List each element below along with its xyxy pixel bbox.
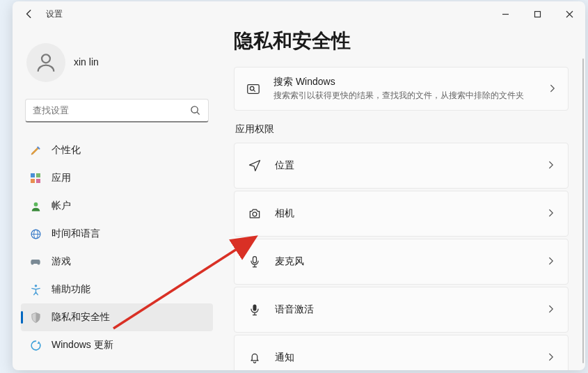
sidebar-item-label: 个性化 <box>51 144 81 157</box>
svg-point-9 <box>33 202 38 206</box>
svg-rect-19 <box>253 305 257 311</box>
back-button[interactable] <box>21 6 38 22</box>
chevron-right-icon <box>547 303 555 316</box>
sidebar-item-apps[interactable]: 应用 <box>21 164 213 192</box>
accessibility-icon <box>29 283 42 296</box>
svg-point-15 <box>250 86 254 90</box>
card-title: 搜索 Windows <box>273 76 536 88</box>
page-title: 隐私和安全性 <box>234 28 569 54</box>
section-label: 应用权限 <box>235 123 569 136</box>
chevron-right-icon <box>547 159 555 172</box>
svg-point-2 <box>42 54 50 63</box>
svg-line-4 <box>197 112 199 114</box>
search-icon <box>190 105 201 116</box>
sidebar-item-time-language[interactable]: 时间和语言 <box>21 220 213 248</box>
sidebar-item-label: 帐户 <box>51 200 71 212</box>
mic-icon <box>247 254 262 269</box>
search-windows-card[interactable]: 搜索 Windows 搜索索引以获得更快的结果，查找我的文件，从搜索中排除的文件… <box>234 67 569 111</box>
sidebar-item-label: 辅助功能 <box>51 283 90 296</box>
svg-line-16 <box>253 90 255 91</box>
sidebar-item-label: 应用 <box>51 172 71 184</box>
permission-label: 通知 <box>275 351 534 364</box>
svg-rect-7 <box>31 179 35 183</box>
apps-icon <box>29 172 42 184</box>
permission-notifications[interactable]: 通知 <box>234 335 569 370</box>
avatar <box>26 43 65 82</box>
search-input[interactable] <box>33 105 184 116</box>
content-scrollbar[interactable] <box>582 58 584 363</box>
permission-label: 麦克风 <box>275 255 534 268</box>
chevron-right-icon <box>547 255 555 268</box>
permission-label: 语音激活 <box>275 303 534 316</box>
svg-rect-18 <box>253 257 257 263</box>
search-windows-icon <box>246 81 261 97</box>
titlebar: 设置 <box>13 1 585 26</box>
card-desc: 搜索索引以获得更快的结果，查找我的文件，从搜索中排除的文件夹 <box>273 90 536 102</box>
permission-camera[interactable]: 相机 <box>234 191 569 237</box>
sidebar-item-label: Windows 更新 <box>51 339 113 351</box>
svg-point-3 <box>191 106 198 112</box>
svg-point-13 <box>34 285 37 287</box>
sidebar-item-label: 隐私和安全性 <box>51 311 110 324</box>
main-content: 隐私和安全性 搜索 Windows 搜索索引以获得更快的结果，查找我的文件，从搜… <box>221 26 585 370</box>
svg-rect-6 <box>36 173 40 177</box>
chevron-right-icon <box>548 83 557 95</box>
brush-icon <box>29 144 42 157</box>
sidebar-item-privacy[interactable]: 隐私和安全性 <box>21 303 213 331</box>
bell-icon <box>247 350 262 365</box>
account-block[interactable]: xin lin <box>21 26 213 93</box>
gamepad-icon <box>29 255 42 268</box>
permission-voice-activation[interactable]: 语音激活 <box>234 287 569 333</box>
svg-rect-5 <box>31 173 35 177</box>
location-icon <box>247 158 262 173</box>
search-box[interactable] <box>25 99 209 122</box>
permission-location[interactable]: 位置 <box>234 143 569 189</box>
sidebar-item-label: 游戏 <box>51 255 71 268</box>
camera-icon <box>247 206 262 221</box>
account-name: xin lin <box>74 56 99 68</box>
svg-rect-8 <box>36 179 40 183</box>
sidebar-item-accessibility[interactable]: 辅助功能 <box>21 276 213 303</box>
chevron-right-icon <box>547 207 555 220</box>
svg-rect-1 <box>534 11 540 17</box>
sidebar: xin lin 个性化 <box>13 26 221 370</box>
permission-label: 位置 <box>275 159 534 172</box>
sidebar-item-personalization[interactable]: 个性化 <box>21 136 213 164</box>
sidebar-item-gaming[interactable]: 游戏 <box>21 248 213 276</box>
nav: 个性化 应用 帐户 时 <box>21 134 213 362</box>
chevron-right-icon <box>547 351 555 364</box>
sidebar-item-accounts[interactable]: 帐户 <box>21 192 213 220</box>
permission-microphone[interactable]: 麦克风 <box>234 239 569 285</box>
voice-icon <box>247 302 262 317</box>
sidebar-item-label: 时间和语言 <box>51 228 100 240</box>
update-icon <box>29 339 42 351</box>
app-title: 设置 <box>46 8 63 20</box>
permission-label: 相机 <box>275 207 534 220</box>
svg-point-17 <box>253 212 257 216</box>
globe-icon <box>29 228 42 240</box>
close-button[interactable] <box>553 3 585 24</box>
shield-icon <box>29 311 42 324</box>
person-icon <box>29 200 42 212</box>
sidebar-item-windows-update[interactable]: Windows 更新 <box>21 331 213 359</box>
maximize-button[interactable] <box>521 3 553 24</box>
svg-rect-14 <box>248 84 260 93</box>
minimize-button[interactable] <box>489 3 521 24</box>
